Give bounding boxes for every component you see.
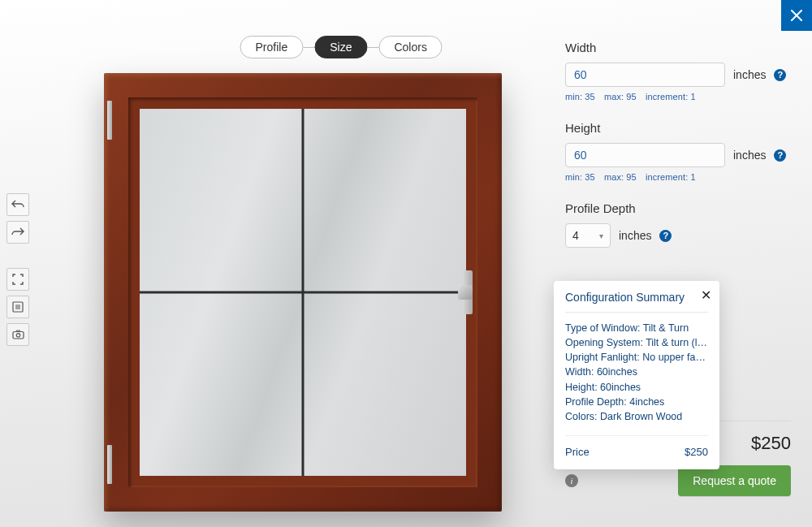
summary-item: Width: 60inches <box>565 365 708 379</box>
redo-button[interactable] <box>6 221 29 244</box>
depth-value: 4 <box>572 229 579 242</box>
camera-icon <box>12 330 24 339</box>
summary-price-label: Price <box>565 446 590 458</box>
summary-toggle-button[interactable] <box>6 296 29 318</box>
summary-item: Height: 60inches <box>565 380 708 395</box>
height-field: Height inches ? min: 35 max: 95 incremen… <box>565 121 791 182</box>
summary-item: Profile Depth: 4inches <box>565 395 708 409</box>
summary-item: Type of Window: Tilt & Turn <box>565 321 708 335</box>
hinge-icon <box>107 445 112 484</box>
hint-inc: increment: 1 <box>646 92 696 102</box>
svg-point-2 <box>16 334 19 337</box>
summary-item: Upright Fanlight: No upper fanlig... <box>565 350 708 365</box>
summary-item: Colors: Dark Brown Wood <box>565 409 708 424</box>
chevron-down-icon: ▾ <box>599 231 603 240</box>
close-icon <box>791 10 802 21</box>
summary-items: Type of Window: Tilt & Turn Opening Syst… <box>565 321 708 424</box>
window-sash <box>128 97 477 487</box>
hint-min: min: 35 <box>565 92 595 102</box>
summary-item: Opening System: Tilt & turn (left) <box>565 335 708 350</box>
height-unit: inches <box>733 149 766 162</box>
muntin-horizontal <box>140 292 466 294</box>
hinge-icon <box>107 101 112 140</box>
summary-price-value: $250 <box>685 446 708 458</box>
width-input[interactable] <box>565 63 725 87</box>
width-field: Width inches ? min: 35 max: 95 increment… <box>565 41 791 102</box>
fullscreen-icon <box>12 274 24 285</box>
depth-field: Profile Depth 4 ▾ inches ? <box>565 201 791 248</box>
step-size[interactable]: Size <box>314 36 367 58</box>
undo-button[interactable] <box>6 193 29 216</box>
width-hint: min: 35 max: 95 increment: 1 <box>565 92 791 102</box>
list-icon <box>12 301 24 313</box>
depth-select[interactable]: 4 ▾ <box>565 223 611 248</box>
snapshot-button[interactable] <box>6 323 29 346</box>
hint-min: min: 35 <box>565 172 595 182</box>
depth-label: Profile Depth <box>565 201 791 215</box>
step-colors[interactable]: Colors <box>378 36 442 58</box>
window-frame <box>104 73 502 512</box>
height-input[interactable] <box>565 143 725 167</box>
width-unit: inches <box>733 68 766 81</box>
step-connector <box>367 47 378 48</box>
redo-icon <box>11 227 24 237</box>
price-value: $250 <box>751 433 791 454</box>
request-quote-button[interactable]: Request a quote <box>678 465 791 496</box>
help-icon[interactable]: ? <box>774 149 786 162</box>
height-label: Height <box>565 121 791 135</box>
window-handle <box>463 270 473 314</box>
step-profile[interactable]: Profile <box>240 36 303 58</box>
hint-max: max: 95 <box>604 92 637 102</box>
step-nav: Profile Size Colors <box>240 36 442 58</box>
hint-max: max: 95 <box>604 172 637 182</box>
step-connector <box>303 47 314 48</box>
depth-unit: inches <box>619 229 651 242</box>
undo-icon <box>11 200 24 210</box>
product-preview[interactable] <box>104 73 502 512</box>
height-hint: min: 35 max: 95 increment: 1 <box>565 172 791 182</box>
viewer-toolbar <box>6 193 29 346</box>
config-summary-popup: ✕ Configuration Summary Type of Window: … <box>554 281 719 469</box>
info-icon[interactable]: i <box>565 474 578 487</box>
close-button[interactable] <box>781 0 812 31</box>
svg-rect-1 <box>13 332 24 339</box>
summary-close-button[interactable]: ✕ <box>701 287 711 303</box>
help-icon[interactable]: ? <box>659 230 672 242</box>
summary-title: Configuration Summary <box>565 291 708 304</box>
fullscreen-button[interactable] <box>6 268 29 291</box>
config-form: Width inches ? min: 35 max: 95 increment… <box>565 41 791 267</box>
help-icon[interactable]: ? <box>774 69 786 81</box>
width-label: Width <box>565 41 791 54</box>
hint-inc: increment: 1 <box>646 172 696 182</box>
window-glass <box>140 109 466 476</box>
divider <box>565 312 708 313</box>
